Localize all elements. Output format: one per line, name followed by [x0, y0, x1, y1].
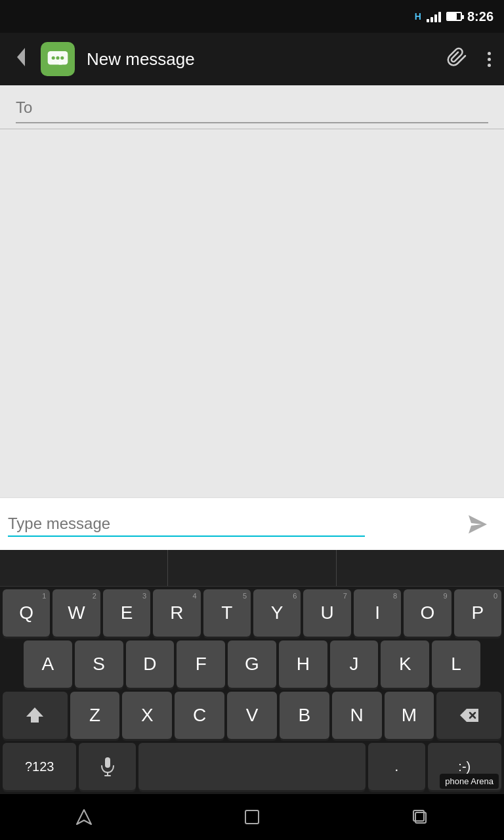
num-switch-key[interactable]: ?123 [3, 743, 76, 790]
key-x[interactable]: X [122, 692, 172, 739]
nav-home-button[interactable] [232, 804, 272, 830]
period-key[interactable]: . [368, 743, 425, 790]
message-input-container [8, 512, 454, 537]
emoji-key[interactable]: :-) [428, 743, 501, 790]
svg-marker-0 [17, 48, 25, 66]
attach-icon[interactable] [442, 40, 476, 79]
key-o[interactable]: 9O [404, 589, 451, 637]
key-h[interactable]: H [279, 640, 327, 688]
key-j[interactable]: J [330, 640, 379, 688]
keyboard-row-2: A S D F G H J K L [0, 637, 504, 688]
message-input[interactable] [8, 512, 454, 536]
key-f[interactable]: F [177, 640, 225, 688]
key-c[interactable]: C [175, 692, 224, 739]
key-l[interactable]: L [432, 640, 480, 688]
svg-point-4 [60, 56, 64, 60]
key-v[interactable]: V [227, 692, 277, 739]
svg-marker-13 [77, 810, 91, 824]
key-i[interactable]: 8I [354, 589, 401, 637]
app-title: New message [81, 49, 435, 70]
keyboard-row-3: Z X C V B N M [0, 688, 504, 739]
key-w[interactable]: 2W [52, 589, 100, 637]
key-g[interactable]: G [228, 640, 276, 688]
svg-point-3 [56, 56, 59, 60]
send-button[interactable] [459, 506, 496, 543]
to-underline [16, 122, 488, 123]
suggestion-bar [0, 550, 504, 587]
key-d[interactable]: D [126, 640, 175, 688]
key-m[interactable]: M [385, 692, 434, 739]
compose-area [0, 85, 504, 497]
nav-back-button[interactable] [64, 804, 104, 830]
app-bar: New message [0, 33, 504, 85]
suggestion-2[interactable] [168, 550, 336, 586]
keyboard-row-4: ?123 . :-) [0, 739, 504, 794]
key-q[interactable]: 1Q [3, 589, 50, 637]
suggestion-1[interactable] [0, 550, 168, 586]
key-r[interactable]: 4R [153, 589, 200, 637]
svg-rect-14 [245, 810, 259, 824]
svg-point-2 [52, 56, 55, 60]
key-a[interactable]: A [24, 640, 72, 688]
svg-rect-10 [105, 757, 110, 768]
key-s[interactable]: S [75, 640, 123, 688]
bottom-nav [0, 794, 504, 840]
key-u[interactable]: 7U [303, 589, 350, 637]
key-y[interactable]: 6Y [253, 589, 301, 637]
key-n[interactable]: N [332, 692, 382, 739]
key-t[interactable]: 5T [203, 589, 251, 637]
status-time: 8:26 [467, 9, 494, 24]
to-input[interactable] [16, 96, 488, 119]
message-underline [8, 536, 365, 537]
network-type-icon: H [415, 11, 421, 22]
backspace-key[interactable] [436, 692, 501, 739]
key-b[interactable]: B [280, 692, 329, 739]
mic-key[interactable] [79, 743, 136, 790]
overflow-menu-icon[interactable] [482, 47, 496, 72]
status-bar: H 8:26 [0, 0, 504, 33]
signal-bars [427, 10, 441, 22]
suggestion-3[interactable] [337, 550, 504, 586]
type-message-bar [0, 497, 504, 550]
key-e[interactable]: 3E [103, 589, 150, 637]
svg-marker-6 [469, 515, 487, 534]
to-field-container [0, 85, 504, 129]
keyboard-row-1: 1Q 2W 3E 4R 5T 6Y 7U 8I 9O 0P [0, 587, 504, 637]
space-key[interactable] [138, 743, 366, 790]
battery-icon [446, 12, 462, 21]
keyboard: 1Q 2W 3E 4R 5T 6Y 7U 8I 9O 0P A S D F G … [0, 550, 504, 794]
nav-recents-button[interactable] [400, 804, 440, 830]
svg-marker-7 [26, 707, 43, 723]
message-body [0, 129, 504, 497]
key-k[interactable]: K [381, 640, 429, 688]
app-icon [41, 42, 75, 76]
shift-key[interactable] [3, 692, 68, 739]
back-button[interactable] [8, 40, 34, 79]
key-z[interactable]: Z [70, 692, 120, 739]
key-p[interactable]: 0P [454, 589, 501, 637]
